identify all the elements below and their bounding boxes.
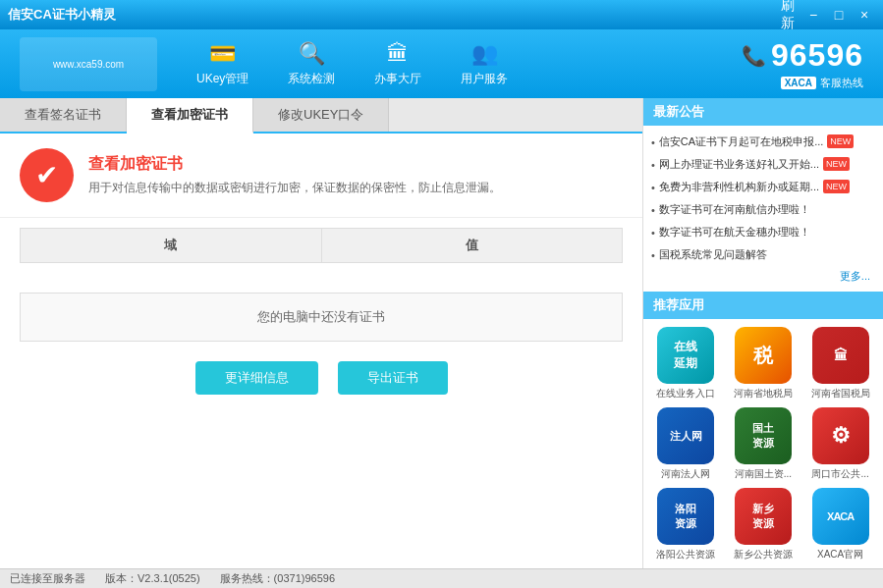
action-buttons: 更详细信息 导出证书 bbox=[0, 351, 642, 409]
app-henan-tax2-icon: 🏛 bbox=[812, 327, 869, 384]
tab-signature[interactable]: 查看签名证书 bbox=[0, 98, 127, 132]
apps-section: 推荐应用 在线延期 在线业务入口 税 河南省地税局 🏛 河南省国税局 bbox=[643, 292, 883, 568]
right-panel: 最新公告 • 信安CA证书下月起可在地税申报... NEW • 网上办理证书业务… bbox=[642, 98, 883, 568]
section-description: 用于对信息传输中的数据或密钥进行加密，保证数据的保密性，防止信息泄漏。 bbox=[88, 180, 501, 196]
app-xca-label: XACA官网 bbox=[817, 548, 863, 561]
bullet-2: • bbox=[651, 159, 655, 171]
app-luoyang-label: 洛阳公共资源 bbox=[656, 548, 715, 561]
hotline-area: 📞 96596 XACA 客服热线 bbox=[742, 37, 863, 90]
refresh-button[interactable]: 刷新 bbox=[777, 4, 799, 26]
app-luoyang-icon: 洛阳资源 bbox=[657, 488, 714, 545]
app-xinxiang-label: 新乡公共资源 bbox=[734, 548, 793, 561]
bullet-6: • bbox=[651, 249, 655, 261]
app-zhoukou-icon: ⚙ bbox=[812, 407, 869, 464]
announcements-list: • 信安CA证书下月起可在地税申报... NEW • 网上办理证书业务送好礼又开… bbox=[643, 126, 883, 292]
section-text: 查看加密证书 用于对信息传输中的数据或密钥进行加密，保证数据的保密性，防止信息泄… bbox=[88, 154, 501, 196]
hotline-number: 96596 bbox=[771, 37, 863, 74]
new-badge-2: NEW bbox=[823, 157, 850, 171]
version-info: 版本：V2.3.1(0525) bbox=[105, 571, 200, 586]
tab-modify[interactable]: 修改UKEY口令 bbox=[253, 98, 389, 132]
nav-syscheck[interactable]: 🔍 系统检测 bbox=[268, 33, 355, 95]
nav-hall[interactable]: 🏛 办事大厅 bbox=[355, 33, 441, 95]
announce-text-1: 信安CA证书下月起可在地税申报... bbox=[659, 134, 823, 149]
announcements-title: 最新公告 bbox=[643, 98, 883, 126]
apps-title: 推荐应用 bbox=[643, 292, 883, 319]
cert-table: 域 值 bbox=[20, 228, 623, 263]
announce-item-6[interactable]: • 国税系统常见问题解答 bbox=[651, 243, 875, 266]
app-xca-icon: XACA bbox=[812, 488, 869, 545]
app-legal-icon: 注人网 bbox=[657, 407, 714, 464]
more-link[interactable]: 更多... bbox=[651, 266, 875, 287]
tabs-bar: 查看签名证书 查看加密证书 修改UKEY口令 bbox=[0, 98, 642, 134]
app-henan-tax2[interactable]: 🏛 河南省国税局 bbox=[805, 327, 875, 400]
new-badge-3: NEW bbox=[823, 180, 850, 193]
app-online-icon: 在线延期 bbox=[657, 327, 714, 384]
app-title: 信安CA证书小精灵 bbox=[8, 6, 777, 24]
syscheck-icon: 🔍 bbox=[299, 41, 325, 67]
app-online[interactable]: 在线延期 在线业务入口 bbox=[651, 327, 721, 400]
ukey-icon: 💳 bbox=[209, 41, 236, 67]
app-container: www.xca59.com 💳 UKey管理 🔍 系统检测 🏛 办事大厅 👥 用… bbox=[0, 29, 883, 588]
nav-ukey[interactable]: 💳 UKey管理 bbox=[177, 33, 268, 95]
hall-icon: 🏛 bbox=[387, 41, 409, 67]
logo-area: www.xca59.com bbox=[10, 29, 167, 98]
app-xca[interactable]: XACA XACA官网 bbox=[805, 488, 875, 561]
col-value: 值 bbox=[321, 229, 623, 263]
announce-item-1[interactable]: • 信安CA证书下月起可在地税申报... NEW bbox=[651, 131, 875, 153]
status-bar: 已连接至服务器 版本：V2.3.1(0525) 服务热线：(0371)96596 bbox=[0, 568, 883, 588]
announcements-section: 最新公告 • 信安CA证书下月起可在地税申报... NEW • 网上办理证书业务… bbox=[643, 98, 883, 292]
no-cert-message: 您的电脑中还没有证书 bbox=[20, 293, 623, 342]
nav-userservice[interactable]: 👥 用户服务 bbox=[441, 33, 527, 95]
announce-text-3: 免费为非营利性机构新办或延期... bbox=[659, 180, 819, 194]
nav-hall-label: 办事大厅 bbox=[374, 71, 421, 87]
cert-icon-glyph: ✔ bbox=[35, 159, 58, 191]
announce-text-4: 数字证书可在河南航信办理啦！ bbox=[659, 202, 810, 217]
app-zhoukou-label: 周口市公共... bbox=[811, 467, 868, 480]
app-legal-label: 河南法人网 bbox=[661, 467, 710, 480]
col-domain: 域 bbox=[21, 229, 322, 263]
navbar: www.xca59.com 💳 UKey管理 🔍 系统检测 🏛 办事大厅 👥 用… bbox=[0, 29, 883, 98]
app-land-icon: 国土资源 bbox=[735, 407, 792, 464]
announce-text-5: 数字证书可在航天金穗办理啦！ bbox=[659, 225, 810, 240]
announce-text-2: 网上办理证书业务送好礼又开始... bbox=[659, 157, 819, 172]
announce-item-4[interactable]: • 数字证书可在河南航信办理啦！ bbox=[651, 198, 875, 221]
maximize-button[interactable]: □ bbox=[828, 4, 850, 26]
app-land[interactable]: 国土资源 河南国土资... bbox=[729, 407, 799, 480]
announce-item-5[interactable]: • 数字证书可在航天金穗办理啦！ bbox=[651, 221, 875, 243]
app-henan-tax1-icon: 税 bbox=[735, 327, 792, 384]
app-henan-tax1[interactable]: 税 河南省地税局 bbox=[729, 327, 799, 400]
announce-item-3[interactable]: • 免费为非营利性机构新办或延期... NEW bbox=[651, 176, 875, 198]
close-button[interactable]: × bbox=[854, 4, 875, 26]
app-luoyang[interactable]: 洛阳资源 洛阳公共资源 bbox=[651, 488, 721, 561]
tab-encrypt[interactable]: 查看加密证书 bbox=[127, 98, 253, 134]
announce-text-6: 国税系统常见问题解答 bbox=[659, 247, 767, 262]
cert-icon: ✔ bbox=[20, 148, 74, 202]
app-legal[interactable]: 注人网 河南法人网 bbox=[651, 407, 721, 480]
xca-badge: XACA bbox=[781, 77, 816, 89]
detail-button[interactable]: 更详细信息 bbox=[195, 361, 318, 395]
apps-grid: 在线延期 在线业务入口 税 河南省地税局 🏛 河南省国税局 注人网 河南法人网 bbox=[643, 319, 883, 568]
announce-item-2[interactable]: • 网上办理证书业务送好礼又开始... NEW bbox=[651, 153, 875, 176]
hotline-label: 客服热线 bbox=[820, 76, 863, 90]
app-xinxiang-icon: 新乡资源 bbox=[735, 488, 792, 545]
titlebar: 信安CA证书小精灵 刷新 − □ × bbox=[0, 0, 883, 29]
bullet-5: • bbox=[651, 227, 655, 239]
phone-icon: 📞 bbox=[742, 44, 766, 68]
app-henan-tax1-label: 河南省地税局 bbox=[734, 387, 793, 400]
app-henan-tax2-label: 河南省国税局 bbox=[811, 387, 870, 400]
app-online-label: 在线业务入口 bbox=[656, 387, 715, 400]
app-land-label: 河南国土资... bbox=[735, 467, 792, 480]
app-xinxiang[interactable]: 新乡资源 新乡公共资源 bbox=[729, 488, 799, 561]
connection-status: 已连接至服务器 bbox=[10, 571, 85, 586]
content-wrapper: 查看签名证书 查看加密证书 修改UKEY口令 ✔ 查看加密证书 用于对信息传输中… bbox=[0, 98, 883, 568]
main-panel: 查看签名证书 查看加密证书 修改UKEY口令 ✔ 查看加密证书 用于对信息传输中… bbox=[0, 98, 642, 568]
export-button[interactable]: 导出证书 bbox=[338, 361, 448, 395]
bullet-4: • bbox=[651, 204, 655, 216]
nav-syscheck-label: 系统检测 bbox=[288, 71, 335, 87]
nav-buttons: 💳 UKey管理 🔍 系统检测 🏛 办事大厅 👥 用户服务 bbox=[167, 33, 742, 95]
nav-ukey-label: UKey管理 bbox=[196, 71, 248, 87]
minimize-button[interactable]: − bbox=[802, 4, 824, 26]
bullet-1: • bbox=[651, 136, 655, 148]
hotline-sub: XACA 客服热线 bbox=[742, 76, 863, 90]
app-zhoukou[interactable]: ⚙ 周口市公共... bbox=[805, 407, 875, 480]
